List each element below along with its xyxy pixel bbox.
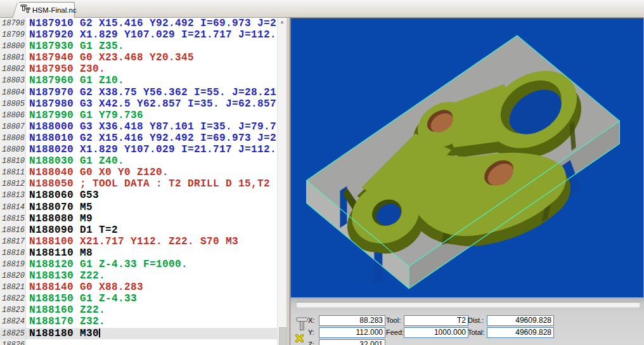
code-text: N188100 X21.717 Y112. Z22. S70 M3: [26, 236, 238, 247]
code-line[interactable]: 18825N188180 M30: [0, 328, 277, 339]
code-line[interactable]: 18819N188120 G1 Z-4.33 F=1000.: [0, 259, 277, 270]
code-line[interactable]: 18810N188030 G1 Z40.: [0, 155, 277, 167]
code-line[interactable]: 18824N188170 Z32.: [0, 316, 277, 327]
code-line[interactable]: 18800N187930 G1 Z35.: [0, 41, 277, 52]
simulation-status-panel: X: 88.283 Y: 112.000 Z: 32.001 Tool: T2 …: [290, 297, 644, 345]
code-line[interactable]: 18820N188130 Z22.: [0, 270, 277, 282]
line-number: 18825: [0, 328, 26, 339]
code-line[interactable]: 18803N187960 G1 Z10.: [0, 75, 277, 86]
code-line[interactable]: 18809N188020 X1.829 Y107.029 I=21.717 J=…: [0, 144, 277, 155]
code-line[interactable]: 18814N188070 M5: [0, 202, 277, 213]
code-line[interactable]: 18811N188040 G0 X0 Y0 Z120.: [0, 167, 277, 178]
code-line[interactable]: 18805N187980 G3 X42.5 Y62.857 I=35. J=62…: [0, 98, 277, 110]
y-position-field[interactable]: 112.000: [319, 327, 385, 338]
simulation-progress-bar[interactable]: [297, 303, 640, 307]
scroll-up-arrow-icon[interactable]: ▲: [278, 19, 287, 25]
total-value: 49609.828: [515, 328, 551, 337]
x-position-value: 88.283: [359, 316, 383, 325]
code-text: [26, 339, 29, 345]
tool-field[interactable]: T2: [404, 315, 468, 326]
code-line[interactable]: 18818N188110 M8: [0, 247, 277, 259]
code-line[interactable]: 18813N188060 G53: [0, 190, 277, 201]
code-line[interactable]: 18804N187970 G2 X38.75 Y56.362 I=55. J=2…: [0, 87, 277, 98]
code-text: N188180 M30: [26, 328, 100, 339]
code-line[interactable]: 18816N188090 D1 T=2: [0, 225, 277, 236]
dist-label: Dist.:: [468, 315, 484, 326]
line-number: 18813: [0, 190, 26, 201]
line-number: 18814: [0, 202, 26, 213]
code-text: N188060 G53: [26, 190, 99, 201]
feed-value: 1000.000: [434, 328, 466, 337]
feed-field[interactable]: 1000.000: [404, 327, 468, 338]
code-text: N188130 Z22.: [26, 270, 105, 282]
line-number: 18816: [0, 225, 26, 236]
code-lines[interactable]: 18798N187910 G2 X15.416 Y92.492 I=69.973…: [0, 18, 277, 345]
code-text: N187990 G1 Y79.736: [26, 110, 143, 121]
line-number: 18807: [0, 121, 26, 133]
code-text: N187920 X1.829 Y107.029 I=21.717 J=112.: [26, 29, 276, 41]
code-text: N187950 Z30.: [26, 63, 105, 75]
line-number: 18809: [0, 144, 26, 155]
z-position-value: 32.001: [359, 340, 383, 345]
backplot-3d-view[interactable]: [290, 18, 644, 297]
code-line[interactable]: 18806N187990 G1 Y79.736: [0, 110, 277, 121]
code-text: N187980 G3 X42.5 Y62.857 I=35. J=62.857: [26, 98, 276, 110]
line-number: 18819: [0, 259, 26, 270]
z-position-field[interactable]: 32.001: [319, 339, 385, 345]
code-text: N188020 X1.829 Y107.029 I=21.717 J=112.: [26, 144, 276, 155]
code-line[interactable]: 18812N188050 ; TOOL DATA : T2 DRILL D 15…: [0, 178, 277, 190]
line-number: 18801: [0, 52, 26, 63]
x-position-field[interactable]: 88.283: [319, 315, 385, 326]
code-text: N188170 Z32.: [26, 316, 105, 327]
code-text: N188160 Z22.: [26, 304, 105, 316]
code-line[interactable]: 18802N187950 Z30.: [0, 63, 277, 75]
line-number: 18823: [0, 304, 26, 316]
line-number: 18818: [0, 247, 26, 259]
code-line[interactable]: 18817N188100 X21.717 Y112. Z22. S70 M3: [0, 236, 277, 247]
code-line[interactable]: 18807N188000 G3 X36.418 Y87.101 I=35. J=…: [0, 121, 277, 133]
line-number: 18811: [0, 167, 26, 178]
editor-scrollbar[interactable]: ▲: [277, 18, 287, 345]
line-number: 18799: [0, 29, 26, 41]
code-text: N188090 D1 T=2: [26, 225, 118, 236]
code-text: N188080 M9: [26, 213, 93, 225]
tab-hsm-final[interactable]: HSM-Final.nc: [19, 2, 75, 18]
tool-label: Tool:: [386, 315, 401, 326]
code-line[interactable]: 18822N188150 G1 Z-4.33: [0, 293, 277, 304]
code-text: N188050 ; TOOL DATA : T2 DRILL D 15,T2: [26, 178, 270, 190]
gcode-editor[interactable]: 18798N187910 G2 X15.416 Y92.492 I=69.973…: [0, 18, 287, 345]
line-number: 18806: [0, 110, 26, 121]
dist-value: 49609.828: [515, 316, 551, 325]
code-text: N187960 G1 Z10.: [26, 75, 124, 86]
total-field[interactable]: 49609.828: [487, 327, 554, 338]
line-number: 18810: [0, 155, 26, 167]
code-line[interactable]: 18799N187920 X1.829 Y107.029 I=21.717 J=…: [0, 29, 277, 41]
line-number: 18821: [0, 282, 26, 293]
code-line[interactable]: 18808N188010 G2 X15.416 Y92.492 I=69.973…: [0, 133, 277, 144]
code-line[interactable]: 18801N187940 G0 X23.468 Y20.345: [0, 52, 277, 63]
code-line[interactable]: 18821N188140 G0 X88.283: [0, 282, 277, 293]
y-position-value: 112.000: [356, 328, 383, 337]
line-number: 18824: [0, 316, 26, 327]
feed-label: Feed:: [386, 327, 404, 338]
line-number: 18815: [0, 213, 26, 225]
line-number: 18798: [0, 18, 26, 29]
code-line[interactable]: 18823N188160 Z22.: [0, 304, 277, 316]
code-line[interactable]: 18815N188080 M9: [0, 213, 277, 225]
code-text: N187910 G2 X15.416 Y92.492 I=69.973 J=2: [26, 18, 276, 29]
code-text: N188040 G0 X0 Y0 Z120.: [26, 167, 169, 178]
tab-label: HSM-Final.nc: [32, 6, 77, 14]
code-line[interactable]: 18826: [0, 339, 277, 345]
dist-field[interactable]: 49609.828: [487, 315, 554, 326]
warning-x-icon: [297, 335, 302, 341]
x-label: X:: [308, 315, 314, 326]
scrollbar-thumb[interactable]: [279, 327, 287, 345]
code-text: N187970 G2 X38.75 Y56.362 I=55. J=28.21: [26, 87, 276, 98]
code-text: N187940 G0 X23.468 Y20.345: [26, 52, 194, 63]
nc-file-tool-icon: [20, 4, 31, 16]
total-label: Total:: [468, 327, 484, 338]
code-line[interactable]: 18798N187910 G2 X15.416 Y92.492 I=69.973…: [0, 18, 277, 29]
code-text: N188030 G1 Z40.: [26, 155, 124, 167]
line-number: 18808: [0, 133, 26, 144]
line-number: 18805: [0, 98, 26, 110]
